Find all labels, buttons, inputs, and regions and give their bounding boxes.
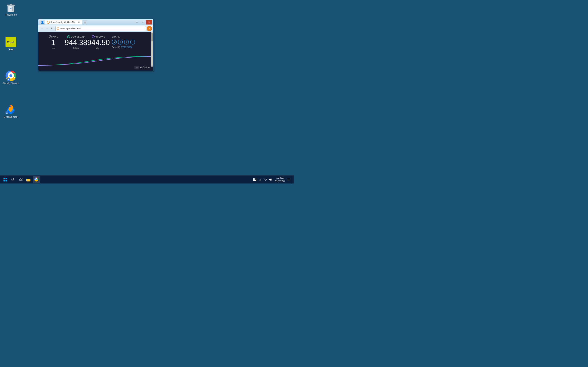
ping-value: 1 [51, 39, 56, 46]
svg-rect-31 [26, 179, 28, 179]
browser-window: 👤 Speedtest by Ookla - Th... ✕ ─ □ ✕ ← →… [38, 19, 153, 71]
browser-titlebar: 👤 Speedtest by Ookla - Th... ✕ ─ □ ✕ [38, 19, 153, 25]
new-tab-button[interactable] [83, 20, 87, 25]
extension-button[interactable]: ! [147, 26, 152, 31]
back-button[interactable]: ← [39, 26, 44, 31]
ping-stat: ↺ PING 1 ms [42, 35, 65, 50]
ping-unit: ms [52, 47, 55, 50]
speedtest-content: ↺ PING 1 ms ↓ DOWNLOAD 944.38 Mbps [38, 32, 153, 71]
scroll-thumb-v[interactable] [151, 33, 153, 41]
svg-point-34 [36, 179, 37, 180]
adchoices-icon: ▷ [135, 66, 139, 69]
speedtest-results: ↺ PING 1 ms ↓ DOWNLOAD 944.38 Mbps [38, 32, 153, 51]
adchoices-text: AdChoices [140, 66, 150, 69]
svg-rect-28 [19, 180, 20, 181]
close-button[interactable]: ✕ [146, 20, 152, 25]
share-icons: 🔗 𝕋 f ⋯ [112, 40, 135, 44]
tools-icon[interactable]: TooL Tools [2, 37, 20, 51]
maximize-button[interactable]: □ [140, 20, 146, 25]
svg-rect-20 [3, 178, 5, 179]
result-id: Result ID 7050979004 [112, 46, 135, 48]
chrome-label: Google Chrome [3, 82, 19, 84]
download-label: DOWNLOAD [71, 36, 85, 38]
svg-line-25 [14, 180, 15, 181]
google-chrome-icon[interactable]: ▲ Google Chrome [2, 70, 20, 84]
taskbar: ▲ 1:13 AM 2/12/2018 [0, 175, 294, 184]
upload-unit: Mbps [96, 47, 101, 50]
horizontal-scrollbar[interactable] [38, 71, 153, 71]
svg-rect-50 [289, 180, 289, 180]
clock-date: 2/12/2018 [275, 180, 285, 183]
svg-rect-6 [10, 4, 12, 5]
svg-text:▲: ▲ [8, 78, 10, 80]
upload-stat: ↑ UPLOAD 944.50 Mbps [87, 35, 110, 50]
svg-rect-27 [21, 178, 22, 179]
share-more-icon[interactable]: ⋯ [130, 40, 135, 44]
upload-icon: ↑ [92, 35, 94, 38]
svg-text:▲: ▲ [6, 112, 8, 114]
person-button[interactable]: 👤 [39, 20, 45, 25]
browser-toolbar: ← → ↻ www.speedtest.net/ ! [38, 25, 153, 32]
network-icon[interactable] [263, 177, 268, 182]
svg-rect-36 [253, 178, 254, 179]
start-button[interactable] [2, 176, 9, 183]
svg-rect-40 [253, 179, 254, 180]
svg-point-24 [12, 178, 14, 180]
share-section: SHARE 🔗 𝕋 f ⋯ Result ID 7050979004 [112, 35, 135, 48]
recycle-bin-icon[interactable]: ✦ Recycle Bin [2, 2, 20, 16]
search-button[interactable] [9, 176, 17, 183]
keyboard-layout-icon[interactable] [253, 177, 257, 182]
tab-close-button[interactable]: ✕ [77, 21, 80, 24]
ping-icon: ↺ [49, 35, 52, 38]
minimize-button[interactable]: ─ [134, 20, 140, 25]
svg-rect-39 [256, 178, 256, 179]
upload-label: UPLOAD [95, 36, 105, 38]
chrome-taskbar-button[interactable] [33, 176, 40, 183]
system-tray: ▲ 1:13 AM 2/12/2018 [253, 176, 291, 183]
svg-rect-37 [254, 178, 255, 179]
firefox-label: Mozilla Firefox [4, 116, 18, 118]
forward-button[interactable]: → [45, 26, 49, 31]
svg-rect-41 [254, 179, 255, 180]
browser-tab[interactable]: Speedtest by Ookla - Th... ✕ [45, 20, 82, 25]
tab-title: Speedtest by Ookla - Th... [51, 21, 76, 24]
share-facebook-icon[interactable]: f [124, 40, 129, 44]
svg-text:✦: ✦ [10, 7, 12, 10]
recycle-bin-image: ✦ [6, 2, 16, 13]
svg-rect-46 [287, 178, 290, 181]
address-favicon [57, 27, 59, 30]
download-unit: Mbps [73, 47, 79, 50]
share-link-icon[interactable]: 🔗 [112, 40, 117, 44]
share-twitter-icon[interactable]: 𝕋 [118, 40, 123, 44]
file-explorer-taskbar-button[interactable] [25, 176, 32, 183]
vertical-scrollbar[interactable] [151, 32, 153, 67]
svg-rect-26 [19, 178, 20, 179]
svg-rect-22 [3, 180, 5, 182]
show-hidden-icons-button[interactable]: ▲ [258, 177, 262, 182]
upload-value: 944.50 [87, 39, 110, 46]
desktop: ✦ Recycle Bin TooL Tools [0, 0, 294, 184]
volume-icon[interactable] [268, 177, 273, 182]
svg-rect-44 [253, 180, 256, 181]
tab-favicon [47, 21, 50, 24]
task-view-button[interactable] [17, 176, 25, 183]
svg-rect-29 [21, 180, 22, 181]
adchoices: ▷ AdChoices [135, 66, 150, 69]
result-id-link[interactable]: 7050979004 [121, 46, 132, 48]
recycle-bin-label: Recycle Bin [5, 14, 17, 16]
window-controls: ─ □ ✕ [134, 20, 152, 25]
svg-point-10 [9, 74, 12, 77]
address-bar[interactable]: www.speedtest.net/ [55, 26, 146, 31]
svg-marker-45 [269, 178, 271, 181]
svg-rect-42 [255, 179, 256, 180]
reload-button[interactable]: ↻ [50, 26, 55, 31]
action-center-icon[interactable] [286, 177, 291, 182]
clock[interactable]: 1:13 AM 2/12/2018 [274, 176, 285, 183]
show-desktop-button[interactable] [291, 176, 292, 183]
tools-image: TooL [6, 37, 16, 47]
svg-rect-38 [255, 178, 256, 179]
download-stat: ↓ DOWNLOAD 944.38 Mbps [65, 35, 87, 50]
tools-label: Tools [8, 48, 14, 51]
url-text: www.speedtest.net/ [60, 27, 81, 30]
mozilla-firefox-icon[interactable]: ▲ Mozilla Firefox [2, 104, 20, 118]
